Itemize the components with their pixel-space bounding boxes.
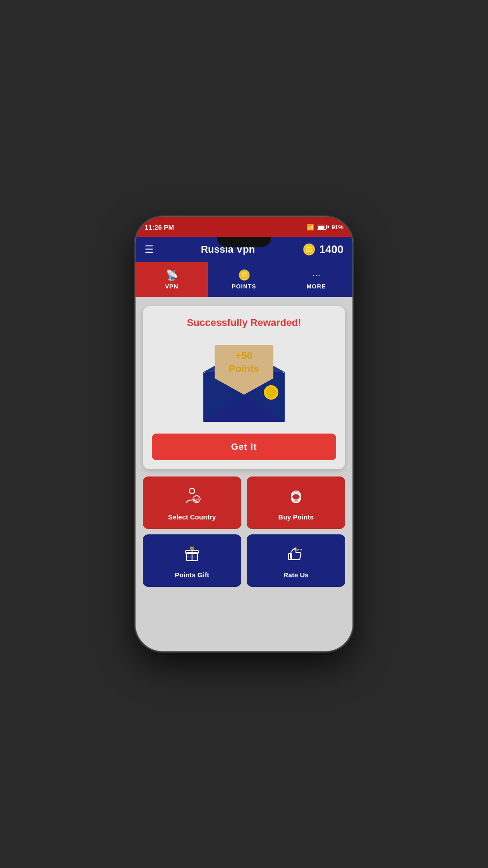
points-gift-button[interactable]: Points Gift [143,534,241,587]
points-display: 🪙 1400 [302,243,343,256]
buy-points-svg [287,486,305,505]
rate-us-icon: ★★★ [287,544,305,566]
tab-vpn[interactable]: 📡 VPN [136,262,208,297]
phone-notch [217,237,271,247]
buy-points-icon [287,486,305,509]
select-country-icon [183,486,201,509]
status-time: 11:26 PM [145,223,174,231]
tab-points-label: POINTS [232,283,256,290]
wifi-nav-icon: 📡 [166,269,178,281]
points-value: 1400 [319,243,343,256]
phone-frame: 11:26 PM 📶 91% ☰ Russia Vpn [136,217,352,651]
more-nav-icon: ··· [312,269,320,281]
battery-percentage: 91% [332,224,343,231]
select-country-label: Select Country [168,513,216,521]
svg-point-8 [189,488,195,494]
tab-more[interactable]: ··· MORE [280,262,352,297]
tab-points[interactable]: 🪙 POINTS [208,262,280,297]
points-label: Points [229,363,259,376]
tab-more-label: MORE [307,283,326,290]
battery-cap [328,226,329,228]
points-amount: +50 [229,349,259,363]
menu-icon[interactable]: ☰ [145,244,154,255]
buy-points-button[interactable]: Buy Points [247,476,345,529]
points-gift-icon [183,544,201,566]
tab-vpn-label: VPN [165,283,178,290]
thumbsup-svg: ★★★ [287,544,305,562]
points-gift-label: Points Gift [175,571,209,579]
coin-icon: 🪙 [302,243,316,256]
gift-svg [183,544,201,562]
reward-card: Successfully Rewarded! [143,306,345,469]
battery-indicator [317,225,329,230]
rate-us-label: Rate Us [283,571,309,579]
rate-us-button[interactable]: ★★★ Rate Us [247,534,345,587]
status-icons: 📶 91% [307,224,343,231]
svg-text:★★★: ★★★ [293,547,303,552]
nav-tabs: 📡 VPN 🪙 POINTS ··· MORE [136,262,352,297]
phone-wrapper: 11:26 PM 📶 91% ☰ Russia Vpn [131,208,357,660]
coins-nav-icon: 🪙 [238,269,250,281]
envelope-area: +50 Points [194,336,294,426]
grid-buttons: Select Country Buy Points [143,476,345,587]
wifi-icon: 📶 [307,224,314,231]
svg-point-7 [266,387,277,398]
status-bar: 11:26 PM 📶 91% [136,217,352,237]
country-svg [183,486,201,505]
app-content: ☰ Russia Vpn 🪙 1400 📡 VPN 🪙 POINTS [136,237,352,651]
reward-title: Successfully Rewarded! [187,317,301,329]
get-it-button[interactable]: Get It [152,434,336,460]
battery-body [317,225,327,230]
main-area: Successfully Rewarded! [136,297,352,651]
battery-fill [318,226,324,229]
points-text: +50 Points [229,349,259,375]
buy-points-label: Buy Points [278,513,314,521]
select-country-button[interactable]: Select Country [143,476,241,529]
